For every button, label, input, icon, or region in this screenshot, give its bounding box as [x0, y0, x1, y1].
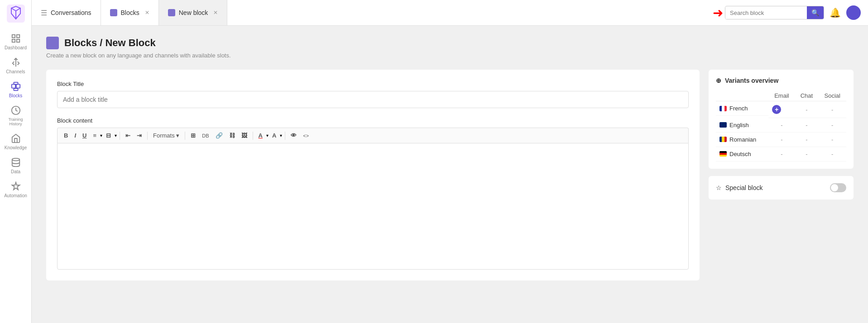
tab-conversations[interactable]: ☰ Conversations [32, 0, 101, 25]
variants-table: Email Chat Social French+--English---Rom… [716, 90, 846, 162]
star-icon: ☆ [716, 184, 722, 191]
lang-column-header [716, 90, 768, 101]
toolbar-source[interactable]: <> [300, 132, 312, 140]
svg-rect-6 [16, 84, 19, 88]
variant-lang-cell: Romanian [716, 133, 768, 147]
sidebar-item-automation[interactable]: Automation [0, 178, 31, 202]
toolbar-divider-1 [120, 132, 120, 140]
social-column-header: Social [818, 90, 846, 101]
toolbar-unlink[interactable]: ⛓ [226, 131, 238, 140]
variants-table-row: Romanian--- [716, 133, 846, 147]
email-column-header: Email [768, 90, 795, 101]
toolbar-preview[interactable]: 👁 [288, 131, 299, 140]
sidebar-item-knowledge[interactable]: Knowledge [0, 130, 31, 154]
toolbar-bullet-list[interactable]: ≡ [90, 131, 99, 140]
lang-name: Romanian [729, 136, 756, 143]
block-title-input[interactable] [57, 91, 689, 108]
special-block-toggle[interactable] [830, 183, 846, 192]
toolbar-image[interactable]: 🖼 [239, 131, 250, 140]
sidebar-item-blocks[interactable]: Blocks [0, 78, 31, 102]
search-input[interactable] [725, 7, 807, 19]
tab-close-new-block[interactable]: ✕ [213, 10, 218, 16]
add-email-variant-button[interactable]: + [772, 105, 781, 114]
variants-title: Variants overview [725, 77, 778, 84]
lang-name: French [729, 105, 748, 112]
variant-chat-cell: - [795, 118, 818, 133]
toolbar-formats[interactable]: Formats ▾ [150, 131, 182, 140]
sidebar-item-label: Knowledge [5, 145, 27, 150]
bell-icon[interactable]: 🔔 [830, 7, 841, 18]
block-title-label: Block Title [57, 81, 689, 87]
tab-label: Blocks [121, 9, 139, 16]
special-block-label: ☆ Special block [716, 184, 763, 191]
sidebar-item-data[interactable]: Data [0, 154, 31, 178]
variant-email-cell[interactable]: + [768, 101, 795, 118]
lang-flag-icon [719, 151, 727, 157]
toolbar-divider-4 [253, 132, 253, 140]
editor-body[interactable] [57, 143, 689, 270]
variant-email-cell: - [768, 133, 795, 147]
toolbar-indent-right[interactable]: ⇥ [134, 131, 144, 140]
page-header: Blocks / New Block [46, 37, 854, 49]
block-content-label: Block content [57, 117, 689, 124]
tab-blocks[interactable]: Blocks ✕ [101, 0, 159, 25]
svg-rect-1 [12, 35, 14, 38]
content-area: Blocks / New Block Create a new block on… [32, 26, 868, 323]
toolbar-bold[interactable]: B [61, 131, 71, 140]
toolbar-ordered-list[interactable]: ⊟ [103, 131, 114, 140]
toolbar-link[interactable]: 🔗 [213, 131, 225, 140]
sidebar: Dashboard Channels Blocks Training Histo… [0, 0, 32, 323]
variant-social-cell: - [818, 101, 846, 118]
tab-label: Conversations [51, 9, 91, 16]
variants-overview-card: ⊕ Variants overview Email Chat Social [709, 70, 854, 169]
lang-flag-icon [719, 137, 727, 142]
svg-rect-3 [12, 39, 14, 42]
tab-close-blocks[interactable]: ✕ [145, 10, 149, 16]
page-header-icon [46, 37, 59, 49]
main-area: ☰ Conversations Blocks ✕ New block ✕ ➜ 🔍… [32, 0, 868, 323]
sidebar-item-channels[interactable]: Channels [0, 54, 31, 78]
variants-table-row: Deutsch--- [716, 147, 846, 162]
font-color-dropdown[interactable]: ▾ [266, 133, 269, 138]
toolbar-indent-left[interactable]: ⇤ [123, 131, 133, 140]
toolbar-underline[interactable]: U [80, 131, 89, 140]
sidebar-item-dashboard[interactable]: Dashboard [0, 30, 31, 54]
bullet-dropdown-arrow[interactable]: ▾ [100, 133, 102, 138]
toolbar-divider-3 [185, 132, 185, 140]
toolbar-font-color[interactable]: A [256, 131, 265, 140]
lang-name: English [729, 122, 749, 128]
page-subtitle: Create a new block on any language and c… [46, 52, 854, 59]
variant-social-cell: - [818, 147, 846, 162]
toolbar-bg-color[interactable]: A [269, 131, 279, 140]
hamburger-icon: ☰ [41, 9, 47, 17]
sidebar-item-training-history[interactable]: Training History [0, 102, 31, 130]
bg-color-dropdown[interactable]: ▾ [280, 133, 282, 138]
lang-flag-icon [719, 106, 727, 111]
editor-toolbar: B I U ≡ ▾ ⊟ ▾ ⇤ ⇥ Formats ▾ ⊞ DB 🔗 ⛓ [57, 128, 689, 143]
topbar: ☰ Conversations Blocks ✕ New block ✕ ➜ 🔍… [32, 0, 868, 26]
svg-rect-4 [16, 39, 19, 42]
variant-email-cell: - [768, 118, 795, 133]
ordered-dropdown-arrow[interactable]: ▾ [115, 133, 117, 138]
app-logo[interactable] [7, 5, 25, 23]
toolbar-italic[interactable]: I [72, 131, 79, 140]
blocks-tab-icon [110, 9, 117, 16]
toolbar-divider-5 [285, 132, 285, 140]
variants-table-row: French+-- [716, 101, 846, 118]
topbar-right: 🔍 🔔 [725, 5, 868, 20]
page-title: Blocks / New Block [64, 37, 156, 49]
variant-lang-cell: French [716, 101, 768, 116]
avatar[interactable] [846, 5, 861, 20]
variants-table-row: English--- [716, 118, 846, 133]
new-block-tab-icon [168, 9, 175, 16]
toolbar-db[interactable]: DB [199, 132, 211, 140]
search-button[interactable]: 🔍 [807, 6, 824, 19]
variants-icon: ⊕ [716, 77, 721, 84]
variant-chat-cell: - [795, 101, 818, 118]
chat-column-header: Chat [795, 90, 818, 101]
tab-new-block[interactable]: New block ✕ [159, 0, 228, 25]
special-block-text: Special block [725, 184, 763, 191]
sidebar-item-label: Automation [4, 193, 27, 198]
variant-social-cell: - [818, 133, 846, 147]
toolbar-embed[interactable]: ⊞ [188, 131, 198, 140]
